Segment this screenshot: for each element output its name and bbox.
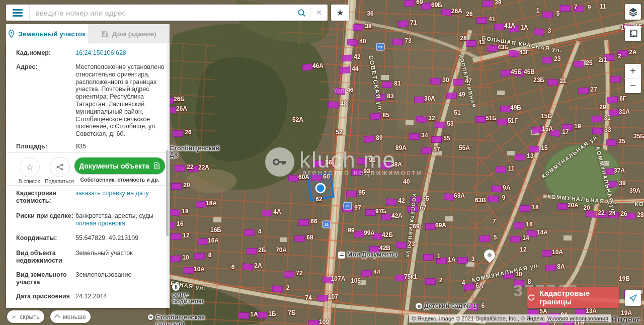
- kluchme-key-icon: [265, 147, 294, 177]
- tab-house[interactable]: Дом (здание): [88, 24, 170, 43]
- scrollbar-thumb[interactable]: [166, 150, 169, 236]
- coords-row: Координаты: 55.647829, 49.213109: [16, 234, 166, 242]
- star-outline-icon: ☆: [26, 162, 33, 172]
- cost-row: Кадастровая стоимость: заказать справку …: [16, 190, 166, 205]
- measure-button[interactable]: [625, 26, 641, 41]
- documents-button-subtitle: Собственник, стоимость и др.: [74, 177, 165, 183]
- risk-label: Риски при сделке:: [16, 212, 75, 227]
- cadastral-borders-label: Кадастровые границы: [539, 289, 619, 306]
- chevron-up-icon: [54, 314, 60, 321]
- object-kind-row: Вид объекта недвижимости Земельный участ…: [16, 250, 166, 265]
- pin-icon: [8, 30, 15, 38]
- tab-house-label: Дом (здание): [112, 30, 156, 38]
- collapse-panel-button[interactable]: меньше: [50, 310, 91, 323]
- tab-parcel-label: Земельный участок: [18, 30, 86, 38]
- document-icon: [153, 162, 160, 170]
- risk-row: Риски при сделке: банкротства, аресты, с…: [16, 212, 166, 227]
- close-icon: ×: [316, 7, 321, 18]
- search-bar: ×: [6, 5, 328, 21]
- cad-number-label: Кад.номер:: [16, 49, 75, 57]
- share-label: Поделиться: [45, 178, 74, 184]
- land-kind-label: Вид земельного участка: [16, 271, 75, 286]
- app: СОВЕТСКАЯ ул.БОЛЬШАЯ КРАСНАЯ ул.КОММУНАЛ…: [0, 0, 644, 325]
- divider: [6, 185, 170, 186]
- search-icon: [297, 8, 306, 18]
- kluchme-watermark-sub: агентство недвижимости: [302, 168, 423, 177]
- close-icon: ×: [12, 313, 16, 320]
- map-attribution: © Яндекс, Image © 2021 DigitalGlobe, Inc…: [409, 314, 611, 322]
- land-kind-value: Землепользование: [75, 271, 166, 286]
- area-value: 935: [75, 143, 166, 150]
- address-label: Адрес:: [16, 63, 75, 138]
- address-row: Адрес: Местоположение установлено относи…: [16, 63, 166, 138]
- terms-of-use-link[interactable]: Условия использования: [547, 315, 608, 321]
- cost-label: Кадастровая стоимость:: [16, 190, 75, 205]
- risk-value: банкротства, аресты, суды: [75, 212, 153, 219]
- star-icon: ★: [336, 8, 344, 18]
- menu-button[interactable]: [6, 5, 30, 21]
- collapse-panel-label: меньше: [63, 313, 86, 320]
- hide-panel-label: скрыть: [20, 313, 40, 320]
- ruler-icon: [628, 28, 638, 39]
- zoom-controls: + −: [625, 64, 641, 93]
- land-kind-row: Вид земельного участка Землепользование: [16, 271, 166, 286]
- zoom-out-button[interactable]: −: [625, 78, 641, 93]
- location-arrow-icon: [628, 293, 638, 303]
- refresh-icon: [527, 293, 535, 302]
- assign-date-label: Дата присвоения: [16, 293, 75, 300]
- share-button[interactable]: [50, 157, 70, 177]
- object-kind-value: Земельный участок: [75, 250, 166, 265]
- building-icon: [101, 30, 109, 38]
- cadastral-borders-button[interactable]: Кадастровые границы: [527, 287, 619, 308]
- hamburger-icon: [13, 12, 23, 14]
- cad-number-link[interactable]: 16:24:150106:628: [75, 49, 126, 56]
- divider: [627, 78, 638, 79]
- parcel-info-panel: Кад.номер: 16:24:150106:628 Адрес: Место…: [6, 43, 170, 308]
- assign-date-row: Дата присвоения 24.12.2014: [16, 293, 166, 300]
- yandex-logo: Яндекс: [611, 315, 641, 325]
- assign-date-value: 24.12.2014: [75, 293, 166, 300]
- documents-button-label: Документы объекта: [79, 162, 149, 170]
- search-button[interactable]: [293, 5, 310, 21]
- zoom-in-button[interactable]: +: [625, 64, 641, 78]
- coords-label: Координаты:: [16, 234, 75, 242]
- add-to-list-label: В список: [19, 178, 40, 184]
- area-label: Площадь:: [16, 143, 75, 150]
- object-tabs: Земельный участок Дом (здание): [6, 24, 170, 43]
- object-documents-button[interactable]: Документы объекта: [74, 157, 165, 174]
- selected-parcel-marker: [315, 183, 326, 194]
- favorites-button[interactable]: ★: [331, 5, 349, 21]
- share-icon: [56, 163, 64, 171]
- coords-value: 55.647829, 49.213109: [75, 234, 166, 242]
- attribution-text: © Яндекс, Image © 2021 DigitalGlobe, Inc…: [412, 315, 545, 321]
- tab-parcel[interactable]: Земельный участок: [6, 24, 88, 43]
- layers-icon: [628, 7, 638, 17]
- object-kind-label: Вид объекта недвижимости: [16, 250, 75, 265]
- divider: [6, 152, 170, 153]
- cad-number-row: Кад.номер: 16:24:150106:628: [16, 49, 166, 57]
- cost-link[interactable]: заказать справку на дату: [75, 190, 149, 197]
- geolocation-button[interactable]: [625, 290, 641, 306]
- layers-button[interactable]: [625, 4, 641, 20]
- panel-scrollbar[interactable]: [167, 43, 169, 308]
- search-input[interactable]: [30, 9, 293, 17]
- hide-panel-button[interactable]: × скрыть: [7, 310, 44, 323]
- area-row: Площадь: 935: [16, 143, 166, 150]
- add-to-list-button[interactable]: ☆: [20, 157, 40, 177]
- address-value: Местоположение установлено относительно …: [75, 63, 166, 138]
- yandex-watermark-fragment: Yande: [333, 87, 352, 94]
- clear-search-button[interactable]: ×: [310, 5, 328, 21]
- risk-link[interactable]: полная проверка: [75, 220, 125, 227]
